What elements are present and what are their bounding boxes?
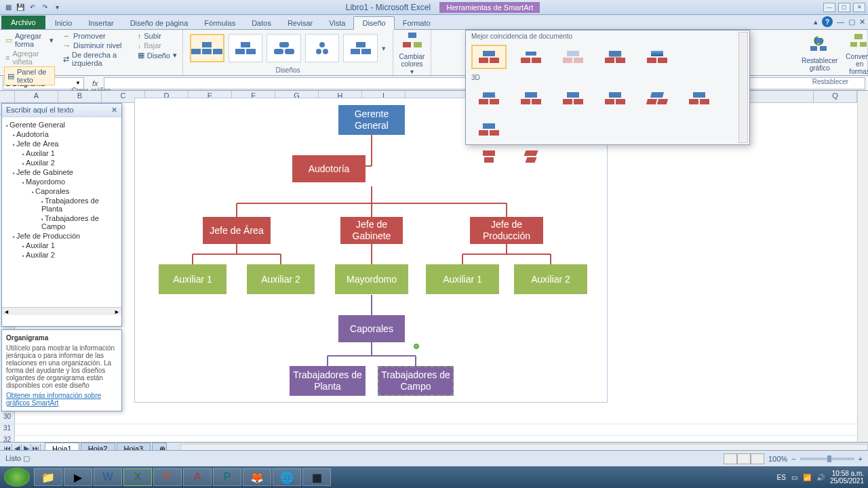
style-option[interactable]	[597, 86, 633, 110]
style-option[interactable]	[471, 86, 507, 110]
style-option[interactable]	[639, 86, 675, 110]
diseno-dropdown[interactable]: ▦Diseño ▾	[136, 50, 178, 60]
tab-diseno-smartart[interactable]: Diseño	[353, 16, 394, 30]
layout-option[interactable]	[267, 34, 301, 62]
minimize-button[interactable]: —	[823, 3, 835, 12]
zoom-out-button[interactable]: −	[791, 455, 795, 463]
text-pane-item[interactable]: Trabajadores de Planta	[3, 196, 120, 214]
macro-record-icon[interactable]: ▢	[23, 454, 30, 462]
rotation-handle-icon[interactable]	[414, 344, 419, 349]
style-option[interactable]	[597, 45, 633, 69]
tab-vista[interactable]: Vista	[321, 17, 353, 29]
agregar-vineta-button[interactable]: ≡Agregar viñeta	[4, 49, 55, 66]
style-option[interactable]	[682, 86, 717, 110]
taskbar-explorer-icon[interactable]: 📁	[34, 468, 62, 486]
text-pane-item[interactable]: Jefe de Producción	[3, 231, 120, 241]
zoom-in-button[interactable]: +	[859, 455, 863, 463]
style-option[interactable]	[555, 86, 591, 110]
row-header[interactable]: 32	[0, 436, 15, 442]
style-option[interactable]	[639, 45, 675, 69]
layout-option[interactable]	[229, 34, 263, 62]
text-pane-item[interactable]: Caporales	[3, 186, 120, 196]
doc-minimize-button[interactable]: —	[837, 18, 844, 26]
taskbar-powerpoint-icon[interactable]: P	[153, 468, 182, 486]
taskbar-excel-icon[interactable]: X	[123, 468, 152, 486]
node-mayordomo[interactable]: Mayordomo	[335, 264, 408, 294]
smartart-style-gallery[interactable]: Mejor coincidencia de documento 3D	[465, 30, 750, 145]
tab-datos[interactable]: Datos	[243, 17, 279, 29]
style-option[interactable]	[471, 117, 507, 142]
text-pane-item[interactable]: Auxilar 1	[3, 241, 120, 250]
view-normal-button[interactable]	[724, 453, 737, 464]
tab-diseno-pagina[interactable]: Diseño de página	[122, 17, 197, 29]
zoom-slider[interactable]	[800, 458, 854, 460]
tab-inicio[interactable]: Inicio	[47, 17, 81, 29]
doc-restore-button[interactable]: ▢	[848, 18, 855, 26]
smartart-text-pane[interactable]: Escribir aquí el texto✕ Gerente GeneralA…	[1, 103, 122, 327]
taskbar-app-icon[interactable]: ▦	[302, 468, 331, 486]
layouts-more-icon[interactable]: ▾	[382, 44, 386, 53]
text-pane-item[interactable]: Auxilar 2	[3, 250, 120, 260]
derecha-izquierda-button[interactable]: ⇄De derecha a izquierda	[62, 50, 130, 68]
undo-icon[interactable]: ↶	[27, 2, 38, 13]
zoom-level[interactable]: 100%	[768, 455, 787, 463]
subir-button[interactable]: ↑Subir	[136, 31, 178, 41]
maximize-button[interactable]: ▢	[838, 3, 850, 12]
taskbar-publisher-icon[interactable]: P	[213, 468, 241, 486]
doc-close-button[interactable]: ✕	[859, 18, 865, 26]
panel-texto-button[interactable]: ▤Panel de texto	[4, 66, 55, 85]
tray-lang[interactable]: ES	[777, 474, 786, 481]
view-layout-button[interactable]	[737, 453, 751, 464]
disminuir-button[interactable]: →Disminuir nivel	[62, 41, 130, 50]
tab-file[interactable]: Archivo	[1, 16, 45, 29]
text-pane-item[interactable]: Gerente General	[3, 120, 120, 129]
text-pane-item[interactable]: Trabajadores de Campo	[3, 214, 120, 231]
node-trab-planta[interactable]: Trabajadores de Planta	[290, 366, 366, 396]
style-option[interactable]	[513, 144, 549, 169]
close-button[interactable]: ✕	[853, 3, 865, 12]
text-pane-item[interactable]: Jefe de Área	[3, 139, 120, 148]
style-option[interactable]	[471, 45, 507, 69]
tray-volume-icon[interactable]: 🔊	[816, 474, 825, 481]
node-trab-campo[interactable]: Trabajadores de Campo	[378, 366, 454, 396]
qat-more-icon[interactable]: ▾	[52, 2, 62, 13]
info-link[interactable]: Obtener más información sobre gráficos S…	[6, 392, 101, 407]
node-jefe-gabinete[interactable]: Jefe de Gabinete	[340, 217, 403, 244]
bajar-button[interactable]: ↓Bajar	[136, 41, 178, 50]
node-aux1b[interactable]: Auxiliar 1	[426, 264, 499, 294]
convertir-button[interactable]: Convertir en formas	[842, 31, 868, 77]
tab-formulas[interactable]: Fórmulas	[196, 17, 243, 29]
row-header[interactable]: 30	[0, 413, 15, 424]
layouts-gallery[interactable]: ▾	[187, 31, 389, 65]
text-pane-item[interactable]: Auxilar 1	[3, 148, 120, 158]
tab-formato[interactable]: Formato	[395, 17, 439, 29]
text-pane-item[interactable]: Jefe de Gabinete	[3, 167, 120, 177]
node-aux1[interactable]: Auxiliar 1	[159, 264, 226, 294]
style-option[interactable]	[555, 45, 591, 69]
gallery-scrollbar[interactable]	[738, 32, 748, 143]
col-header[interactable]: B	[58, 91, 102, 102]
agregar-forma-button[interactable]: ▭Agregar forma ▾	[4, 31, 55, 49]
row-header[interactable]: 31	[0, 424, 15, 435]
node-auditoria[interactable]: Audotoría	[292, 155, 366, 182]
minimize-ribbon-icon[interactable]: ▴	[814, 18, 818, 26]
text-pane-item[interactable]: Mayordomo	[3, 177, 120, 186]
taskbar-chrome-icon[interactable]: 🌐	[273, 468, 301, 486]
start-button[interactable]	[4, 468, 30, 487]
help-icon[interactable]: ?	[822, 16, 833, 27]
taskbar-app-icon[interactable]: 🦊	[243, 468, 271, 486]
node-caporales[interactable]: Caporales	[338, 315, 405, 342]
node-aux2[interactable]: Auxiliar 2	[247, 264, 315, 294]
tab-revisar[interactable]: Revisar	[279, 17, 321, 29]
tab-insertar[interactable]: Insertar	[80, 17, 121, 29]
view-pagebreak-button[interactable]	[751, 453, 764, 464]
node-jefe-produccion[interactable]: Jefe de Producción	[470, 217, 543, 244]
select-all-corner[interactable]	[0, 91, 15, 103]
save-icon[interactable]: 💾	[15, 2, 26, 13]
col-header[interactable]: A	[15, 91, 58, 102]
text-pane-close-icon[interactable]: ✕	[111, 106, 117, 115]
tray-time[interactable]: 10:58 a.m.	[830, 470, 864, 477]
node-jefe-area[interactable]: Jefe de Área	[203, 217, 271, 244]
style-option[interactable]	[513, 45, 549, 69]
taskbar-word-icon[interactable]: W	[94, 468, 122, 486]
